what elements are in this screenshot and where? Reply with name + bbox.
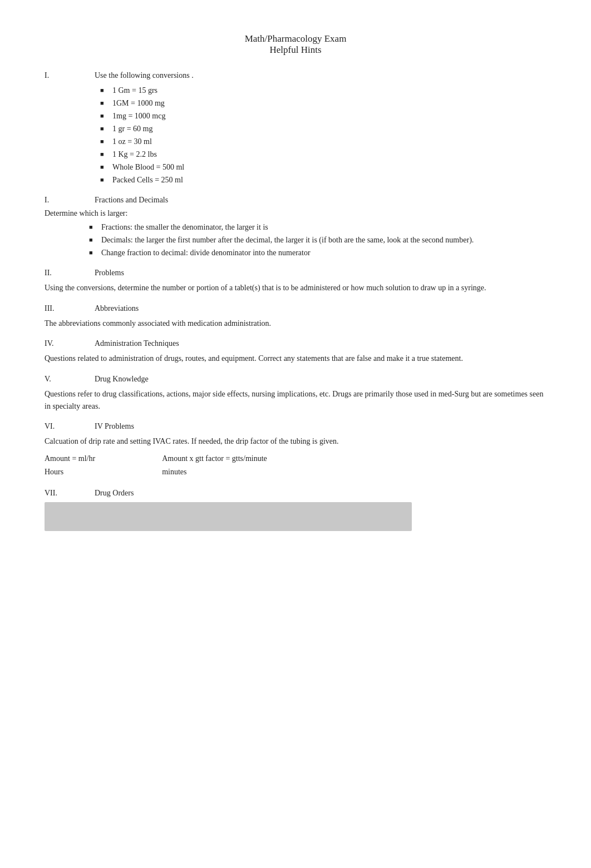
section-drugorders: VII. Drug Orders	[45, 489, 546, 531]
list-item: ■ 1 Kg = 2.2 lbs	[100, 148, 546, 160]
list-item: ■ 1mg = 1000 mcg	[100, 110, 546, 122]
section-title-fractions: Fractions and Decimals	[95, 196, 168, 205]
conversion-item: Whole Blood = 500 ml	[112, 161, 184, 173]
formula-right-line2: minutes	[162, 465, 267, 479]
bullet-icon: ■	[100, 124, 108, 135]
conversion-item: 1 Gm = 15 grs	[112, 85, 157, 96]
section-iv: VI. IV Problems Calcuation of drip rate …	[45, 422, 546, 478]
list-item: ■ 1GM = 1000 mg	[100, 97, 546, 109]
problems-body: Using the conversions, determine the num…	[45, 282, 546, 294]
section-num-drug: V.	[45, 375, 78, 384]
section-title-problems: Problems	[95, 269, 124, 277]
title-line2: Helpful Hints	[45, 44, 546, 56]
bullet-icon: ■	[89, 248, 97, 259]
conversion-item: 1mg = 1000 mcg	[112, 110, 165, 122]
bullet-icon: ■	[89, 235, 97, 246]
section-title-drugorders: Drug Orders	[95, 489, 134, 498]
fraction-item: Fractions: the smaller the denominator, …	[101, 221, 268, 233]
fraction-item: Change fraction to decimal: divide denom…	[101, 247, 311, 259]
conversion-item: 1GM = 1000 mg	[112, 97, 165, 109]
section-admin: IV. Administration Techniques Questions …	[45, 339, 546, 365]
conversion-item: Packed Cells = 250 ml	[112, 174, 183, 186]
redacted-content	[45, 502, 412, 531]
section-num-conversions: I.	[45, 71, 78, 80]
section-num-drugorders: VII.	[45, 489, 78, 498]
section-fractions: I. Fractions and Decimals Determine whic…	[45, 196, 546, 259]
section-abbreviations: III. Abbreviations The abbreviations com…	[45, 304, 546, 330]
fractions-list: ■ Fractions: the smaller the denominator…	[89, 221, 546, 259]
list-item: ■ Decimals: the larger the first number …	[89, 234, 546, 246]
list-item: ■ 1 Gm = 15 grs	[100, 85, 546, 96]
section-conversions: I. Use the following conversions . ■ 1 G…	[45, 71, 546, 186]
bullet-icon: ■	[100, 150, 108, 160]
page-title: Math/Pharmacology Exam Helpful Hints	[45, 33, 546, 56]
fractions-intro: Determine which is larger:	[45, 209, 546, 218]
section-num-iv: VI.	[45, 422, 78, 431]
bullet-icon: ■	[100, 86, 108, 96]
section-num-abbr: III.	[45, 304, 78, 313]
section-num-problems: II.	[45, 269, 78, 277]
list-item: ■ Packed Cells = 250 ml	[100, 174, 546, 186]
bullet-icon: ■	[100, 175, 108, 186]
drug-body: Questions refer to drug classifications,…	[45, 388, 546, 412]
bullet-icon: ■	[100, 98, 108, 109]
iv-body: Calcuation of drip rate and setting IVAC…	[45, 435, 546, 448]
abbreviations-body: The abbreviations commonly associated wi…	[45, 318, 546, 330]
list-item: ■ Fractions: the smaller the denominator…	[89, 221, 546, 233]
bullet-icon: ■	[100, 162, 108, 173]
formula-right-line1: Amount x gtt factor = gtts/minute	[162, 452, 267, 465]
formula-left: Amount = ml/hr Hours	[45, 452, 95, 479]
fraction-item: Decimals: the larger the first number af…	[101, 234, 474, 246]
list-item: ■ Change fraction to decimal: divide den…	[89, 247, 546, 259]
bullet-icon: ■	[89, 222, 97, 233]
iv-formula: Amount = ml/hr Hours Amount x gtt factor…	[45, 452, 546, 479]
bullet-icon: ■	[100, 137, 108, 147]
conversions-list: ■ 1 Gm = 15 grs ■ 1GM = 1000 mg ■ 1mg = …	[100, 85, 546, 186]
conversion-item: 1 gr = 60 mg	[112, 123, 152, 135]
formula-left-line1: Amount = ml/hr	[45, 452, 95, 465]
section-num-admin: IV.	[45, 339, 78, 348]
section-problems: II. Problems Using the conversions, dete…	[45, 269, 546, 294]
formula-left-line2: Hours	[45, 465, 95, 479]
conversion-item: 1 oz = 30 ml	[112, 136, 152, 147]
title-line1: Math/Pharmacology Exam	[45, 33, 546, 44]
list-item: ■ Whole Blood = 500 ml	[100, 161, 546, 173]
list-item: ■ 1 gr = 60 mg	[100, 123, 546, 135]
section-title-conversions: Use the following conversions .	[95, 71, 194, 80]
section-num-fractions: I.	[45, 196, 78, 205]
formula-right: Amount x gtt factor = gtts/minute minute…	[162, 452, 267, 479]
section-title-iv: IV Problems	[95, 422, 134, 431]
admin-body: Questions related to administration of d…	[45, 353, 546, 365]
list-item: ■ 1 oz = 30 ml	[100, 136, 546, 147]
section-title-drug: Drug Knowledge	[95, 375, 149, 384]
section-title-abbr: Abbreviations	[95, 304, 139, 313]
bullet-icon: ■	[100, 111, 108, 122]
section-title-admin: Administration Techniques	[95, 339, 179, 348]
conversion-item: 1 Kg = 2.2 lbs	[112, 148, 157, 160]
section-drug: V. Drug Knowledge Questions refer to dru…	[45, 375, 546, 412]
